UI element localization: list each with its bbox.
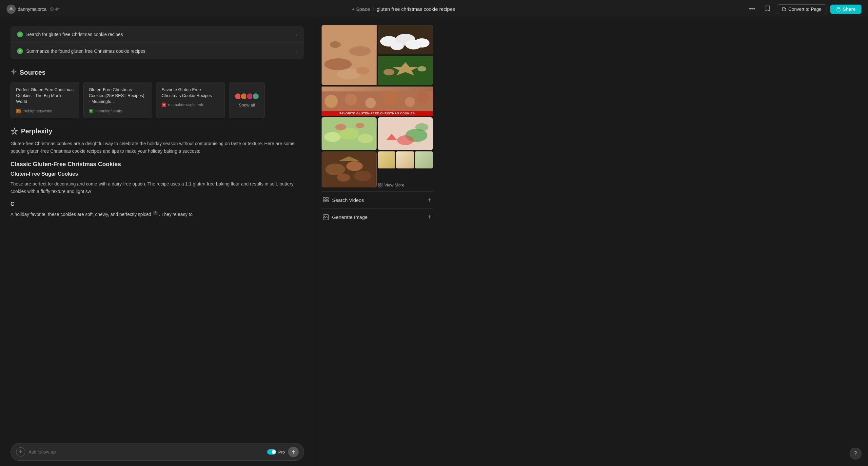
svg-point-14 xyxy=(391,42,404,50)
user-info: dannymaiorca xyxy=(6,5,46,14)
svg-point-17 xyxy=(383,69,394,75)
small-image-1[interactable] xyxy=(378,151,396,168)
topbar-actions: ••• Convert to Page Share xyxy=(746,4,862,14)
task-item: ✓ Summarize the found gluten free Christ… xyxy=(10,43,304,59)
convert-to-page-button[interactable]: Convert to Page xyxy=(777,4,826,14)
footnote-badge: 3 xyxy=(153,211,158,215)
svg-point-21 xyxy=(345,94,357,105)
clock-icon xyxy=(50,7,54,11)
svg-rect-2 xyxy=(837,9,840,11)
perplexity-body: Gluten-free Christmas cookies are a deli… xyxy=(10,140,304,155)
chevron-down-icon[interactable]: › xyxy=(296,49,298,54)
svg-rect-45 xyxy=(323,197,326,199)
image-red-cookies[interactable] xyxy=(378,117,433,150)
video-grid-icon xyxy=(323,197,329,203)
source-card-title: Gluten-Free Christmas Cookies (25+ BEST … xyxy=(89,87,147,105)
time-ago: 4m xyxy=(50,7,61,11)
avatar-group xyxy=(235,93,259,100)
sparkle-icon xyxy=(10,68,17,75)
content-area: ✓ Search for gluten free Christmas cooki… xyxy=(0,18,315,466)
source-favicon: M xyxy=(89,109,93,114)
space-link[interactable]: + Space xyxy=(352,6,370,12)
avatar xyxy=(6,5,16,14)
task-list: ✓ Search for gluten free Christmas cooki… xyxy=(10,26,304,59)
perplexity-title: Perplexity xyxy=(21,127,53,135)
svg-point-25 xyxy=(417,91,429,103)
chevron-down-icon[interactable]: › xyxy=(296,32,298,37)
image-generate-icon xyxy=(323,214,329,220)
ask-followup-input[interactable] xyxy=(29,449,264,455)
image-snowball[interactable] xyxy=(378,25,433,54)
breadcrumb-separator: / xyxy=(373,6,374,12)
source-card[interactable]: Gluten-Free Christmas Cookies (25+ BEST … xyxy=(83,82,152,118)
svg-rect-41 xyxy=(378,183,380,185)
small-image-2[interactable] xyxy=(396,151,414,168)
topbar-left: dannymaiorca 4m xyxy=(6,5,61,14)
convert-icon xyxy=(782,7,786,11)
source-favicon: B xyxy=(16,109,21,114)
bookmark-icon xyxy=(765,5,770,12)
svg-point-22 xyxy=(366,98,376,108)
small-images-right: View More xyxy=(378,151,433,187)
svg-point-8 xyxy=(330,41,341,48)
svg-point-27 xyxy=(324,132,341,142)
image-tall-left[interactable] xyxy=(321,25,377,85)
task-item: ✓ Search for gluten free Christmas cooki… xyxy=(10,26,304,43)
source-card-title: Favorite Gluten-Free Christmas Cookie Re… xyxy=(162,87,219,99)
username-label: dannymaiorca xyxy=(18,6,46,12)
svg-rect-44 xyxy=(380,185,382,187)
pro-toggle-switch[interactable] xyxy=(267,449,276,455)
image-gingerbread[interactable] xyxy=(378,56,433,85)
avatar xyxy=(252,93,259,100)
search-videos-action[interactable]: Search Videos + xyxy=(321,191,433,209)
svg-rect-43 xyxy=(378,185,380,187)
help-button[interactable]: ? xyxy=(850,448,862,460)
sources-section: Sources Perfect Gluten Free Christmas Co… xyxy=(10,68,304,118)
sources-header: Sources xyxy=(10,68,304,77)
arrow-up-icon xyxy=(291,449,296,454)
show-all-card[interactable]: Show all xyxy=(229,82,265,118)
task-text: Summarize the found gluten free Christma… xyxy=(26,49,145,54)
svg-point-38 xyxy=(346,161,363,171)
source-favicon: M xyxy=(162,102,166,107)
generate-image-action[interactable]: Generate Image + xyxy=(321,209,433,225)
svg-point-23 xyxy=(383,91,398,105)
source-card[interactable]: Perfect Gluten Free Christmas Cookies - … xyxy=(10,82,79,118)
submit-button[interactable] xyxy=(288,447,299,457)
page-title: gluten free christmas cookie recipes xyxy=(377,6,455,12)
bookmark-button[interactable] xyxy=(762,4,773,14)
more-button[interactable]: ••• xyxy=(746,4,758,14)
ask-add-button[interactable]: + xyxy=(16,447,25,457)
content-heading-classic: Classic Gluten-Free Christmas Cookies xyxy=(10,161,304,168)
source-card[interactable]: Favorite Gluten-Free Christmas Cookie Re… xyxy=(156,82,225,118)
sources-icon xyxy=(10,68,17,77)
svg-point-6 xyxy=(349,46,371,56)
right-panel: FAVORITE GLUTEN-FREE CHRISTMAS COOKIES xyxy=(315,18,439,466)
svg-rect-48 xyxy=(326,200,329,202)
banner-text: FAVORITE GLUTEN-FREE CHRISTMAS COOKIES xyxy=(321,111,433,116)
show-all-label: Show all xyxy=(239,102,255,107)
breadcrumb: + Space / gluten free christmas cookie r… xyxy=(352,6,455,12)
content-heading-sugar: Gluten-Free Sugar Cookies xyxy=(10,171,304,177)
add-videos-icon[interactable]: + xyxy=(428,196,431,204)
generate-image-label: Generate Image xyxy=(332,214,368,220)
image-grid-icon xyxy=(378,183,382,187)
image-sprinkle[interactable] xyxy=(321,117,377,150)
share-button[interactable]: Share xyxy=(830,5,862,14)
svg-point-5 xyxy=(324,58,352,70)
add-image-icon[interactable]: + xyxy=(428,213,431,221)
content-heading-c: C xyxy=(10,201,304,207)
image-assorted[interactable] xyxy=(321,151,377,187)
image-banner[interactable]: FAVORITE GLUTEN-FREE CHRISTMAS COOKIES xyxy=(321,87,433,116)
ask-input-container: + Pro xyxy=(10,443,304,461)
sources-grid: Perfect Gluten Free Christmas Cookies - … xyxy=(10,82,304,118)
lock-icon xyxy=(836,7,841,11)
small-image-3[interactable] xyxy=(415,151,433,168)
topbar: dannymaiorca 4m + Space / gluten free ch… xyxy=(0,0,868,18)
svg-point-34 xyxy=(397,135,413,145)
svg-point-35 xyxy=(415,123,428,131)
view-more-button[interactable]: View More xyxy=(378,183,433,187)
svg-point-30 xyxy=(335,124,346,130)
pro-toggle[interactable]: Pro xyxy=(267,449,285,455)
source-domain: thebigmansworld xyxy=(23,109,53,114)
